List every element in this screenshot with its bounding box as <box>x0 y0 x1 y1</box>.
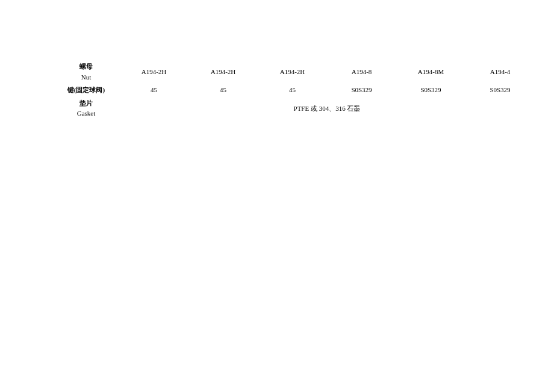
cell: A194-2H <box>119 60 188 84</box>
table-row: 键(固定球阀) 45 45 45 S0S329 S0S329 S0S329 <box>53 84 535 97</box>
cell-spanned: PTFE 或 304、316 石墨 <box>119 97 535 120</box>
cell: S0S329 <box>465 84 535 97</box>
label-cn: 垫片 <box>55 98 117 109</box>
row-label-key: 键(固定球阀) <box>53 84 119 97</box>
cell: A194-2H <box>258 60 327 84</box>
cell: A194-8M <box>396 60 465 84</box>
materials-table: 螺母 Nut A194-2H A194-2H A194-2H A194-8 A1… <box>53 60 535 120</box>
cell: 45 <box>188 84 258 97</box>
label-cn: 螺母 <box>55 61 117 72</box>
cell: S0S329 <box>396 84 465 97</box>
label-cn: 键(固定球阀) <box>55 85 117 96</box>
label-en: Gasket <box>55 108 117 119</box>
label-en: Nut <box>55 72 117 83</box>
row-label-nut: 螺母 Nut <box>53 60 119 84</box>
cell: 45 <box>119 84 188 97</box>
cell: A194-4 <box>465 60 535 84</box>
materials-table-container: 螺母 Nut A194-2H A194-2H A194-2H A194-8 A1… <box>53 60 535 120</box>
table-row: 垫片 Gasket PTFE 或 304、316 石墨 <box>53 97 535 120</box>
row-label-gasket: 垫片 Gasket <box>53 97 119 120</box>
cell: S0S329 <box>327 84 396 97</box>
cell: 45 <box>258 84 327 97</box>
cell: A194-8 <box>327 60 396 84</box>
table-row: 螺母 Nut A194-2H A194-2H A194-2H A194-8 A1… <box>53 60 535 84</box>
cell: A194-2H <box>188 60 258 84</box>
